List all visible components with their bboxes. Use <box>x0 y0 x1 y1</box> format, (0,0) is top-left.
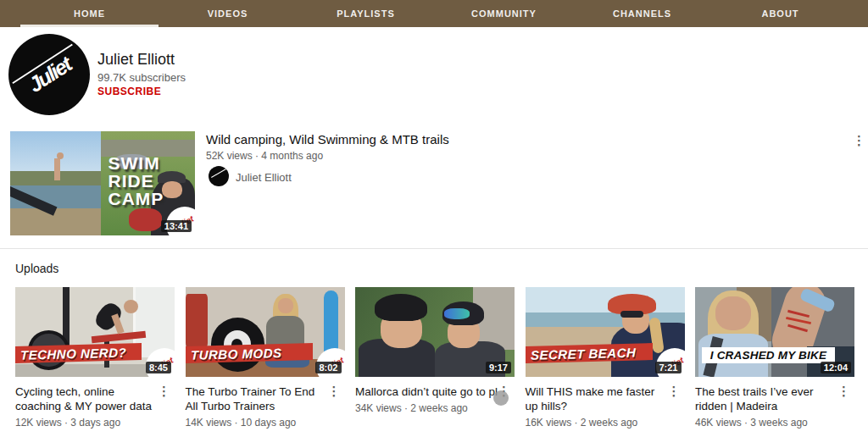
featured-channel-name[interactable]: Juliet Elliott <box>236 171 292 184</box>
tab-home[interactable]: HOME <box>20 0 159 27</box>
video-title[interactable]: The Turbo Trainer To End All Turbo Train… <box>186 384 328 413</box>
subscribe-button[interactable]: SUBSCRIBE <box>97 86 161 97</box>
video-thumbnail[interactable]: I CRASHED MY BIKE 12:04 <box>695 287 854 377</box>
thumbnail-banner: SECRET BEACH <box>526 343 653 363</box>
subscriber-count: 99.7K subscribers <box>97 71 186 84</box>
video-meta: 12K views · 3 days ago <box>15 417 175 429</box>
video-meta: 34K views · 2 weeks ago <box>355 402 515 414</box>
kebab-menu-icon[interactable]: ⋮ <box>837 384 850 413</box>
uploads-heading: Uploads <box>15 262 58 275</box>
featured-video-thumbnail[interactable]: SWIM RIDE CAMP Juliet 13:41 <box>10 131 195 235</box>
video-thumbnail[interactable]: TECHNO NERD? Juliet 8:45 <box>15 287 175 377</box>
duration-badge: 7:21 <box>655 362 681 373</box>
tab-about[interactable]: ABOUT <box>711 0 849 27</box>
video-card: I CRASHED MY BIKE 12:04 The best trails … <box>695 287 854 429</box>
cursor-indicator <box>493 390 509 406</box>
thumbnail-art <box>620 311 643 318</box>
duration-badge: 8:02 <box>315 362 341 373</box>
video-thumbnail[interactable]: TURBO MODS Juliet 8:02 <box>186 287 345 377</box>
kebab-menu-icon[interactable]: ⋮ <box>853 134 865 147</box>
thumbnail-art <box>54 158 60 180</box>
video-meta: 14K views · 10 days ago <box>186 417 345 429</box>
featured-video-title[interactable]: Wild camping, Wild Swimming & MTB trails <box>206 132 449 147</box>
thumbnail-art <box>278 298 294 313</box>
duration-badge: 13:41 <box>161 220 192 232</box>
duration-badge: 12:04 <box>821 362 851 373</box>
section-divider <box>0 248 868 249</box>
thumbnail-art <box>129 208 162 231</box>
channel-logo-mini <box>211 169 226 178</box>
video-title[interactable]: Cycling tech, online coaching & MY power… <box>15 384 158 413</box>
thumbnail-banner: I CRASHED MY BIKE <box>702 347 836 363</box>
channel-tab-bar: HOME VIDEOS PLAYLISTS COMMUNITY CHANNELS… <box>0 0 868 27</box>
thumbnail-art <box>124 300 138 313</box>
thumbnail-banner: TECHNO NERD? <box>15 343 142 363</box>
kebab-menu-icon[interactable]: ⋮ <box>668 384 681 413</box>
channel-name: Juliet Elliott <box>97 51 175 69</box>
video-card: TURBO MODS Juliet 8:02 The Turbo Trainer… <box>186 287 345 429</box>
video-meta: 16K views · 2 weeks ago <box>526 417 685 429</box>
thumbnail-art <box>162 181 182 198</box>
thumbnail-banner: TURBO MODS <box>186 343 313 363</box>
tab-playlists[interactable]: PLAYLISTS <box>297 0 435 27</box>
video-meta: 46K views · 3 weeks ago <box>695 417 854 429</box>
featured-video-meta: 52K views · 4 months ago <box>206 150 323 162</box>
thumbnail-art <box>10 208 101 235</box>
tab-videos[interactable]: VIDEOS <box>159 0 297 27</box>
thumbnail-overlay-text: SWIM RIDE CAMP <box>62 154 154 190</box>
channel-avatar[interactable]: Juliet <box>8 34 90 115</box>
video-card: SECRET BEACH Juliet 7:21 Will THIS make … <box>526 287 685 429</box>
thumbnail-art <box>715 296 750 330</box>
video-thumbnail[interactable]: 9:17 <box>355 287 515 377</box>
thumbnail-art <box>186 294 208 348</box>
channel-logo-text: Juliet <box>12 44 86 105</box>
tab-community[interactable]: COMMUNITY <box>435 0 573 27</box>
video-thumbnail[interactable]: SECRET BEACH Juliet 7:21 <box>526 287 685 377</box>
thumbnail-art <box>375 294 427 321</box>
thumbnail-art <box>444 308 470 319</box>
kebab-menu-icon[interactable]: ⋮ <box>158 384 170 413</box>
uploads-row: TECHNO NERD? Juliet 8:45 Cycling tech, o… <box>15 287 854 429</box>
video-title[interactable]: Will THIS make me faster up hills? <box>526 384 668 413</box>
video-card: TECHNO NERD? Juliet 8:45 Cycling tech, o… <box>15 287 175 429</box>
kebab-menu-icon[interactable]: ⋮ <box>328 384 341 413</box>
duration-badge: 8:45 <box>146 362 171 373</box>
video-title[interactable]: Mallorca didn’t quite go to plan… <box>355 384 498 399</box>
tab-channels[interactable]: CHANNELS <box>573 0 711 27</box>
video-card: 9:17 Mallorca didn’t quite go to plan… ⋮… <box>355 287 515 429</box>
featured-channel-avatar[interactable] <box>209 166 229 186</box>
duration-badge: 9:17 <box>486 362 511 373</box>
video-title[interactable]: The best trails I’ve ever ridden | Madei… <box>695 384 837 413</box>
